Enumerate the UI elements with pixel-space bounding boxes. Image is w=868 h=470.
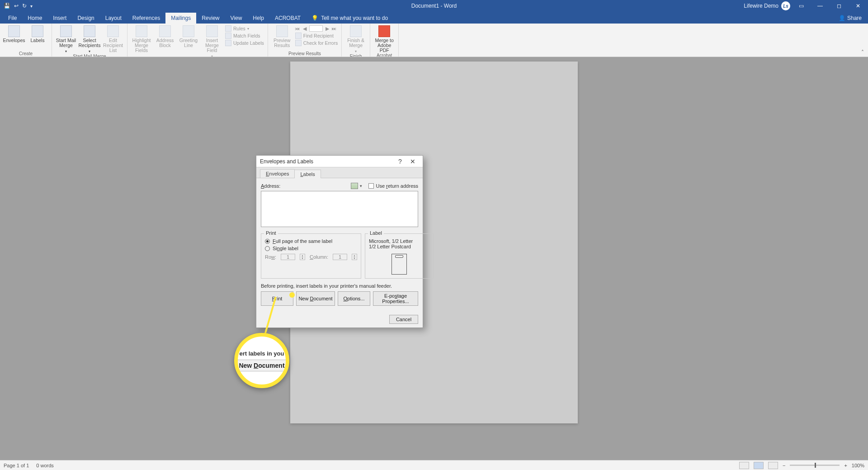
lightbulb-icon: 💡 xyxy=(311,15,318,21)
qat-customize-icon[interactable]: ▾ xyxy=(30,4,33,9)
finish-merge-button: Finish & Merge▾ xyxy=(345,25,366,54)
group-finish: Finish & Merge▾ Finish xyxy=(342,24,370,57)
start-mail-merge-button[interactable]: Start Mail Merge▾ xyxy=(56,25,76,54)
group-start-mail-merge: Start Mail Merge▾ Select Recipients▾ Edi… xyxy=(52,24,127,57)
save-icon[interactable]: 💾 xyxy=(4,3,10,9)
undo-icon[interactable]: ↩ xyxy=(14,3,19,9)
editlist-icon xyxy=(107,25,119,37)
close-icon[interactable]: ✕ xyxy=(850,0,866,12)
greeting-line-button: Greeting Line xyxy=(178,25,199,48)
update-labels-button: Update Labels xyxy=(225,40,264,46)
ribbon-tabs: File Home Insert Design Layout Reference… xyxy=(0,12,868,24)
minimize-icon[interactable]: — xyxy=(812,0,828,12)
tab-mailings[interactable]: Mailings xyxy=(165,13,196,24)
group-acrobat: Merge to Adobe PDF Acrobat xyxy=(370,24,399,57)
group-label: Acrobat xyxy=(377,53,392,57)
group-label: Finish xyxy=(350,54,362,57)
user-avatar[interactable]: Ls xyxy=(781,1,790,10)
envelope-icon xyxy=(8,25,20,37)
tab-references[interactable]: References xyxy=(127,13,165,24)
tab-home[interactable]: Home xyxy=(22,13,47,24)
title-bar: 💾 ↩ ↻ ▾ Document1 - Word Lifewire Demo L… xyxy=(0,0,868,12)
group-write-insert-fields: Highlight Merge Fields Address Block Gre… xyxy=(127,24,268,57)
tab-design[interactable]: Design xyxy=(72,13,99,24)
tab-insert[interactable]: Insert xyxy=(47,13,72,24)
merge-to-pdf-button[interactable]: Merge to Adobe PDF xyxy=(374,25,395,53)
redo-icon[interactable]: ↻ xyxy=(22,3,27,9)
edit-recipient-list-button: Edit Recipient List xyxy=(103,25,123,53)
share-button[interactable]: 👤 Share xyxy=(832,13,868,24)
window-title: Document1 - Word xyxy=(411,3,457,9)
match-fields-button: Match Fields xyxy=(225,33,264,39)
share-label: Share xyxy=(847,15,862,21)
tab-view[interactable]: View xyxy=(225,13,248,24)
group-preview-results: Preview Results ⏮ ◀ ▶ ⏭ Find Recipient C… xyxy=(268,24,342,57)
ribbon: Envelopes Labels Create Start Mail Merge… xyxy=(0,24,868,57)
prev-record-icon: ◀ xyxy=(303,26,307,31)
quick-access-toolbar: 💾 ↩ ↻ ▾ xyxy=(0,3,33,9)
labels-icon xyxy=(32,25,43,37)
group-label: Preview Results xyxy=(288,51,321,57)
share-icon: 👤 xyxy=(839,15,845,21)
tab-file[interactable]: File xyxy=(3,13,22,24)
group-label: Start Mail Merge xyxy=(73,54,106,57)
record-nav: ⏮ ◀ ▶ ⏭ xyxy=(295,25,338,32)
tab-review[interactable]: Review xyxy=(196,13,225,24)
tell-me-label: Tell me what you want to do xyxy=(321,15,388,21)
select-recipients-button[interactable]: Select Recipients▾ xyxy=(79,25,100,54)
tab-help[interactable]: Help xyxy=(247,13,269,24)
preview-results-button: Preview Results xyxy=(272,25,292,48)
recipients-icon xyxy=(84,25,95,37)
ribbon-display-icon[interactable]: ▭ xyxy=(793,0,809,12)
envelopes-button[interactable]: Envelopes xyxy=(4,25,24,43)
check-errors-button: Check for Errors xyxy=(295,40,338,46)
group-label: Create xyxy=(19,51,33,57)
address-block-button: Address Block xyxy=(155,25,175,48)
group-create: Envelopes Labels Create xyxy=(0,24,52,57)
insert-merge-field-button: Insert Merge Field▾ xyxy=(202,25,222,57)
tell-me-search[interactable]: 💡 Tell me what you want to do xyxy=(306,13,393,24)
collapse-ribbon-icon[interactable]: ˄ xyxy=(857,24,868,57)
find-recipient-button: Find Recipient xyxy=(295,33,338,39)
tab-layout[interactable]: Layout xyxy=(100,13,127,24)
first-record-icon: ⏮ xyxy=(295,26,300,31)
next-record-icon: ▶ xyxy=(326,26,329,31)
last-record-icon: ⏭ xyxy=(332,26,337,31)
tab-acrobat[interactable]: ACROBAT xyxy=(269,13,306,24)
highlight-merge-fields-button: Highlight Merge Fields xyxy=(131,25,152,53)
match-icon xyxy=(225,33,231,39)
user-label[interactable]: Lifewire Demo xyxy=(744,3,778,9)
record-number-input xyxy=(309,25,323,32)
rules-button: Rules ▾ xyxy=(225,25,264,32)
acrobat-icon xyxy=(378,25,390,37)
mailmerge-icon xyxy=(60,25,72,37)
update-icon xyxy=(225,40,231,46)
labels-button[interactable]: Labels xyxy=(27,25,48,43)
rules-icon xyxy=(225,25,231,32)
maximize-icon[interactable]: ◻ xyxy=(831,0,847,12)
